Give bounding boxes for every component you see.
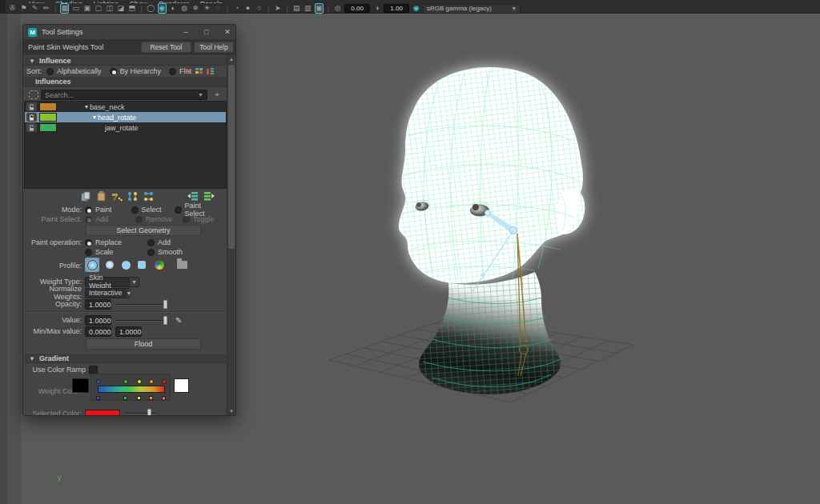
soft-brush-icon[interactable] xyxy=(85,258,99,272)
gradient-section-header[interactable]: ▼Gradient xyxy=(24,353,227,363)
influences-list-header[interactable]: Influences xyxy=(24,77,227,87)
gamma-icon[interactable]: ◉ xyxy=(412,4,420,13)
min-value-field[interactable]: 0.0000 xyxy=(85,326,111,337)
selected-color-slider[interactable] xyxy=(125,409,155,415)
influences-list[interactable]: ▾base_neck ▾head_rotate jaw_rotate xyxy=(24,101,227,189)
pencil-icon[interactable]: ✎ xyxy=(30,4,39,13)
influence-row-head-rotate[interactable]: ▾head_rotate xyxy=(25,112,226,122)
selection-mode-icon[interactable] xyxy=(29,90,38,99)
influence-color-swatch[interactable] xyxy=(39,102,57,111)
isolate-select-icon[interactable]: ▣ xyxy=(315,3,324,14)
mode-paint-radio[interactable] xyxy=(85,206,92,214)
max-value-field[interactable]: 1.0000 xyxy=(115,326,142,337)
ramp-key-orange[interactable] xyxy=(149,396,153,400)
minimize-button[interactable]: – xyxy=(181,28,191,36)
value-field[interactable]: 1.0000 xyxy=(85,315,111,326)
sort-alphabetically-radio[interactable] xyxy=(46,68,54,75)
ramp-gradient-bar[interactable] xyxy=(98,386,165,393)
op-add-radio[interactable] xyxy=(147,239,155,246)
paste-weights-icon[interactable] xyxy=(96,191,107,202)
normalize-weights-dropdown[interactable]: Interactive ▼ xyxy=(85,288,130,298)
xray-icon[interactable]: ◔ xyxy=(232,4,241,13)
safe-title-icon[interactable]: ⬒ xyxy=(127,4,136,13)
influence-color-swatch[interactable] xyxy=(39,113,57,122)
camera-icon[interactable]: ✇ xyxy=(8,4,17,13)
ramp-stop-green[interactable] xyxy=(123,379,128,384)
refresh-icon[interactable]: ↻ xyxy=(184,67,191,76)
sort-by-hierarchy-radio[interactable] xyxy=(110,68,117,75)
lights-icon[interactable]: ❄ xyxy=(191,4,200,13)
list-prev-icon[interactable] xyxy=(187,191,199,202)
bookmark-icon[interactable]: ⚑ xyxy=(19,4,28,13)
ramp-stop-blue[interactable] xyxy=(96,379,101,384)
textured-icon[interactable]: ◍ xyxy=(180,4,189,13)
scrollbar-thumb[interactable] xyxy=(228,65,235,249)
flood-button[interactable]: Flood xyxy=(86,338,201,350)
medium-brush-icon[interactable] xyxy=(102,258,117,272)
sort-grid-icon[interactable] xyxy=(195,67,203,76)
close-button[interactable]: ✕ xyxy=(223,28,232,36)
ramp-sphere-icon[interactable] xyxy=(152,258,167,272)
flag-grid-icon[interactable] xyxy=(206,67,215,76)
tool-help-button[interactable]: Tool Help xyxy=(194,42,234,53)
pin-influence-icon[interactable]: ⌖ xyxy=(212,90,222,99)
window-scrollbar[interactable]: ▲ ▼ xyxy=(227,55,235,415)
max-color-swatch[interactable] xyxy=(174,378,189,393)
isolate-view-icon[interactable]: ▤ xyxy=(292,4,301,13)
show-influences-icon[interactable] xyxy=(143,191,155,202)
move-influences-icon[interactable] xyxy=(127,191,139,202)
ramp-key-red-selected[interactable]: × xyxy=(162,396,166,400)
expand-triangle-icon[interactable]: ▾ xyxy=(93,114,96,121)
square-brush-icon[interactable] xyxy=(135,258,149,272)
exposure-field[interactable]: 0.00 xyxy=(344,4,370,13)
influence-row-jaw-rotate[interactable]: jaw_rotate xyxy=(25,122,226,133)
scroll-down-icon[interactable]: ▼ xyxy=(227,407,235,415)
chevron-down-icon[interactable]: ▼ xyxy=(198,90,203,100)
hammer-weights-icon[interactable] xyxy=(111,191,123,202)
gate-mask-icon[interactable]: ▢ xyxy=(94,4,102,13)
lock-icon[interactable] xyxy=(26,123,37,132)
safe-action-icon[interactable]: ◪ xyxy=(116,4,125,13)
brush-icon[interactable]: ✏ xyxy=(42,4,50,13)
resolution-gate-icon[interactable]: ▣ xyxy=(82,4,91,13)
copy-weights-icon[interactable] xyxy=(81,191,91,202)
influence-color-swatch[interactable] xyxy=(39,123,57,132)
selected-color-swatch[interactable] xyxy=(85,410,120,416)
eyedropper-icon[interactable]: ✎ xyxy=(175,316,182,325)
mode-select-radio[interactable] xyxy=(131,206,139,214)
shadows-icon[interactable]: ☀ xyxy=(203,4,211,13)
op-replace-radio[interactable] xyxy=(85,239,92,246)
exposure-icon[interactable]: ◎ xyxy=(333,4,342,13)
op-smooth-radio[interactable] xyxy=(147,249,155,256)
ramp-key-blue[interactable] xyxy=(96,396,100,400)
mode-paint-select-radio[interactable] xyxy=(175,206,182,214)
select-geometry-button[interactable]: Select Geometry xyxy=(86,225,201,236)
grid-icon[interactable]: ▦ xyxy=(60,3,69,14)
browse-folder-icon[interactable] xyxy=(175,258,189,272)
expand-triangle-icon[interactable]: ▾ xyxy=(85,103,88,110)
ramp-stop-yellow[interactable] xyxy=(137,379,142,384)
ramp-key-green[interactable] xyxy=(123,396,127,400)
wire-on-shaded-icon[interactable]: ◐ xyxy=(169,4,178,13)
reset-tool-button[interactable]: Reset Tool xyxy=(141,42,191,53)
ramp-stop-red[interactable] xyxy=(162,379,167,384)
maximize-button[interactable]: □ xyxy=(202,28,211,36)
xray-joints-icon[interactable]: ● xyxy=(243,4,252,13)
weight-color-ramp[interactable]: × xyxy=(90,374,171,401)
search-input[interactable]: Search... ▼ xyxy=(41,90,207,100)
shaded-icon[interactable]: ◉ xyxy=(158,3,167,14)
gain-icon[interactable]: ◑ xyxy=(372,4,381,13)
lock-icon[interactable] xyxy=(26,102,37,111)
isolate-add-icon[interactable]: ▥ xyxy=(303,4,312,13)
field-chart-icon[interactable]: ◫ xyxy=(105,4,114,13)
sort-flat-radio[interactable] xyxy=(169,68,176,75)
ao-icon[interactable]: ◌ xyxy=(214,4,223,13)
opacity-field[interactable]: 1.0000 xyxy=(85,299,111,310)
gain-field[interactable]: 1.00 xyxy=(384,4,409,13)
weight-color-swatch[interactable] xyxy=(72,378,89,393)
opacity-slider[interactable] xyxy=(115,300,167,309)
window-titlebar[interactable]: M Tool Settings – □ ✕ xyxy=(23,25,235,39)
wireframe-icon[interactable]: ◯ xyxy=(147,4,155,13)
ramp-key-yellow[interactable] xyxy=(137,396,141,400)
xray-active-icon[interactable]: ○ xyxy=(255,4,263,13)
